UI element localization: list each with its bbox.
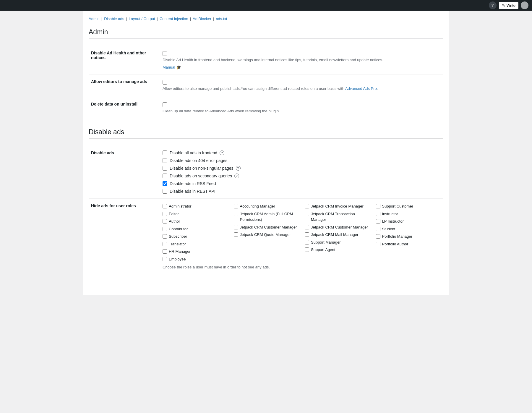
disable-secondary-checkbox[interactable] — [163, 174, 167, 178]
role-portfolio-manager-item: Portfolio Manager — [376, 234, 441, 239]
roles-col-4: Support Customer Instructor LP Instructo… — [376, 203, 441, 262]
hide-roles-row: Hide ads for user roles Administrator Ed… — [89, 199, 443, 274]
role-editor-item: Editor — [163, 211, 228, 217]
disable-ad-health-field: Disable Ad Health in frontend and backen… — [160, 46, 443, 74]
role-jetpack-crm-customer-label: Jetpack CRM Customer Manager — [240, 224, 297, 230]
disable-404-item: Disable ads on 404 error pages — [163, 158, 441, 163]
disable-secondary-item: Disable ads on secondary queries ? — [163, 174, 441, 178]
breadcrumb-ads-txt[interactable]: ads.txt — [216, 17, 227, 21]
role-hr-manager-checkbox[interactable] — [163, 249, 167, 254]
role-translator-checkbox[interactable] — [163, 242, 167, 246]
role-portfolio-author-label: Portfolio Author — [382, 241, 408, 247]
role-author-checkbox[interactable] — [163, 219, 167, 223]
disable-ad-health-label: Disable Ad Health and other notices — [89, 46, 160, 74]
hide-roles-label: Hide ads for user roles — [89, 199, 160, 274]
disable-404-label: Disable ads on 404 error pages — [170, 158, 227, 163]
disable-rss-item: Disable ads in RSS Feed — [163, 181, 441, 186]
role-employee-label: Employee — [169, 256, 186, 262]
role-accounting-manager-checkbox[interactable] — [234, 204, 238, 208]
disable-non-singular-help-icon[interactable]: ? — [236, 166, 241, 171]
disable-ad-health-checkbox[interactable] — [163, 51, 167, 56]
role-jetpack-crm-mail-label: Jetpack CRM Mail Manager — [311, 232, 358, 238]
role-translator-label: Translator — [169, 241, 186, 247]
write-icon: ✎ — [502, 3, 505, 8]
allow-editors-desc-before: Allow editors to also manage and publish… — [163, 86, 345, 91]
role-jetpack-crm-transaction-checkbox[interactable] — [305, 212, 309, 216]
breadcrumb-admin[interactable]: Admin — [89, 17, 100, 21]
disable-frontend-help-icon[interactable]: ? — [220, 150, 224, 155]
role-jetpack-crm-invoice-label: Jetpack CRM Invoice Manager — [311, 203, 364, 209]
disable-rss-label: Disable ads in RSS Feed — [170, 181, 216, 186]
disable-404-checkbox[interactable] — [163, 158, 167, 163]
role-support-agent-checkbox[interactable] — [305, 247, 309, 252]
avatar[interactable] — [521, 1, 528, 9]
role-support-manager-label: Support Manager — [311, 239, 340, 245]
disable-ads-row: Disable ads Disable all ads in frontend … — [89, 146, 443, 199]
breadcrumb-sep-2: | — [126, 17, 127, 21]
delete-data-checkbox[interactable] — [163, 102, 167, 107]
disable-non-singular-checkbox[interactable] — [163, 166, 167, 171]
disable-non-singular-label: Disable ads on non-singular pages — [170, 166, 233, 171]
delete-data-field: Clean up all data related to Advanced Ad… — [160, 97, 443, 119]
role-subscriber-item: Subscriber — [163, 234, 228, 239]
write-button[interactable]: ✎ Write — [499, 2, 518, 9]
role-portfolio-manager-checkbox[interactable] — [376, 234, 380, 239]
role-support-manager-checkbox[interactable] — [305, 240, 309, 244]
breadcrumb-sep-5: | — [213, 17, 214, 21]
disable-frontend-label: Disable all ads in frontend — [170, 150, 217, 155]
admin-section-title: Admin — [89, 28, 443, 39]
role-support-agent-label: Support Agent — [311, 247, 335, 253]
role-admin-checkbox[interactable] — [163, 204, 167, 208]
disable-ad-health-row: Disable Ad Health and other notices Disa… — [89, 46, 443, 74]
role-jetpack-crm-invoice-item: Jetpack CRM Invoice Manager — [305, 203, 370, 209]
role-instructor-checkbox[interactable] — [376, 212, 380, 216]
role-support-customer-label: Support Customer — [382, 203, 413, 209]
role-jetpack-crm-transaction-label: Jetpack CRM Transaction Manager — [311, 211, 370, 223]
role-instructor-item: Instructor — [376, 211, 441, 217]
disable-secondary-label: Disable ads on secondary queries — [170, 174, 232, 178]
role-jetpack-crm-quote-checkbox[interactable] — [234, 232, 238, 237]
allow-editors-description: Allow editors to also manage and publish… — [163, 86, 441, 92]
disable-rest-api-checkbox[interactable] — [163, 189, 167, 194]
role-jetpack-crm-mail-item: Jetpack CRM Mail Manager — [305, 232, 370, 238]
disable-ads-field-label: Disable ads — [89, 146, 160, 199]
role-contributor-checkbox[interactable] — [163, 227, 167, 231]
disable-ads-checkbox-list: Disable all ads in frontend ? Disable ad… — [163, 150, 441, 194]
role-jetpack-crm-mail-checkbox[interactable] — [305, 232, 309, 237]
allow-editors-field: Allow editors to also manage and publish… — [160, 74, 443, 97]
role-jetpack-crm-customer2-checkbox[interactable] — [305, 225, 309, 229]
role-jetpack-crm-customer-item: Jetpack CRM Customer Manager — [234, 224, 299, 230]
role-subscriber-checkbox[interactable] — [163, 234, 167, 239]
role-employee-checkbox[interactable] — [163, 257, 167, 261]
help-icon[interactable]: ? — [489, 1, 497, 9]
breadcrumb-sep-4: | — [190, 17, 191, 21]
role-lp-instructor-checkbox[interactable] — [376, 219, 380, 223]
roles-note: Choose the roles a user must have in ord… — [163, 265, 441, 269]
delete-data-label: Delete data on uninstall — [89, 97, 160, 119]
allow-editors-checkbox-wrap — [163, 79, 441, 85]
role-portfolio-author-item: Portfolio Author — [376, 241, 441, 247]
breadcrumb-content-injection[interactable]: Content injection — [160, 17, 188, 21]
allow-editors-checkbox[interactable] — [163, 80, 167, 85]
role-editor-checkbox[interactable] — [163, 212, 167, 216]
advanced-ads-pro-link[interactable]: Advanced Ads Pro — [345, 86, 377, 91]
disable-secondary-help-icon[interactable]: ? — [234, 174, 239, 178]
role-jetpack-crm-admin-checkbox[interactable] — [234, 212, 238, 216]
role-student-checkbox[interactable] — [376, 227, 380, 231]
delete-data-checkbox-wrap — [163, 102, 441, 107]
manual-link[interactable]: Manual 🎓 — [163, 65, 181, 69]
disable-rss-checkbox[interactable] — [163, 181, 167, 186]
disable-non-singular-item: Disable ads on non-singular pages ? — [163, 166, 441, 171]
role-portfolio-author-checkbox[interactable] — [376, 242, 380, 246]
role-instructor-label: Instructor — [382, 211, 398, 217]
role-jetpack-crm-invoice-checkbox[interactable] — [305, 204, 309, 208]
role-accounting-manager-label: Accounting Manager — [240, 203, 275, 209]
breadcrumb-layout-output[interactable]: Layout / Output — [129, 17, 155, 21]
breadcrumb-ad-blocker[interactable]: Ad Blocker — [193, 17, 211, 21]
breadcrumb-disable-ads[interactable]: Disable ads — [104, 17, 124, 21]
delete-data-row: Delete data on uninstall Clean up all da… — [89, 97, 443, 119]
disable-frontend-checkbox[interactable] — [163, 150, 167, 155]
role-jetpack-crm-customer-checkbox[interactable] — [234, 225, 238, 229]
role-support-customer-checkbox[interactable] — [376, 204, 380, 208]
role-contributor-label: Contributor — [169, 226, 188, 232]
